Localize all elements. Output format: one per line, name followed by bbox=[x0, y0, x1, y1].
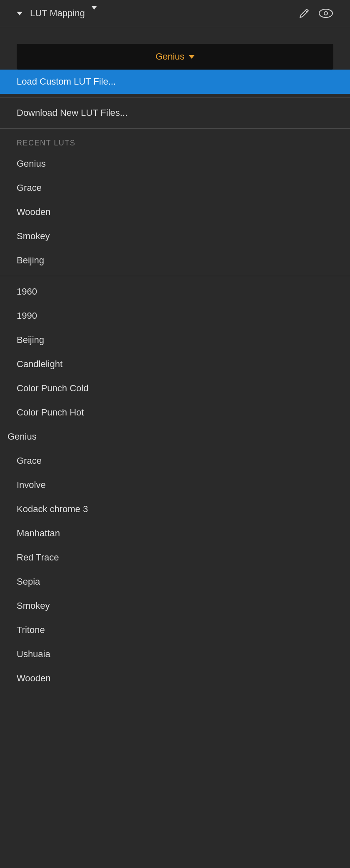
lut-1960-item[interactable]: 1960 bbox=[0, 280, 350, 304]
recent-smokey-label: Smokey bbox=[17, 231, 50, 242]
lut-ushuaia-label: Ushuaia bbox=[17, 649, 50, 660]
lut-kodack-item[interactable]: Kodack chrome 3 bbox=[0, 497, 350, 521]
lut-kodack-label: Kodack chrome 3 bbox=[17, 504, 88, 515]
lut-manhattan-item[interactable]: Manhattan bbox=[0, 521, 350, 545]
download-new-lut-item[interactable]: Download New LUT Files... bbox=[0, 101, 350, 125]
recent-beijing-item[interactable]: Beijing bbox=[0, 248, 350, 273]
divider-3 bbox=[0, 276, 350, 276]
lut-color-punch-cold-item[interactable]: Color Punch Cold bbox=[0, 376, 350, 400]
lut-beijing-label: Beijing bbox=[17, 335, 44, 345]
eye-icon[interactable] bbox=[318, 8, 333, 18]
lut-genius-label: Genius bbox=[8, 431, 37, 442]
lut-color-punch-hot-item[interactable]: Color Punch Hot bbox=[0, 400, 350, 425]
lut-manhattan-label: Manhattan bbox=[17, 528, 60, 539]
collapse-chevron-icon[interactable] bbox=[17, 12, 22, 15]
recent-wooden-label: Wooden bbox=[17, 207, 51, 218]
lut-color-punch-hot-label: Color Punch Hot bbox=[17, 407, 84, 418]
lut-candlelight-label: Candlelight bbox=[17, 359, 62, 370]
lut-grace-label: Grace bbox=[17, 455, 42, 466]
recent-grace-item[interactable]: Grace bbox=[0, 176, 350, 200]
genius-button-label: Genius bbox=[155, 51, 185, 62]
divider-2 bbox=[0, 128, 350, 129]
lut-candlelight-item[interactable]: Candlelight bbox=[0, 352, 350, 376]
lut-tritone-item[interactable]: Tritone bbox=[0, 618, 350, 642]
lut-involve-item[interactable]: Involve bbox=[0, 473, 350, 497]
lut-1960-label: 1960 bbox=[17, 286, 37, 297]
svg-point-2 bbox=[324, 12, 328, 15]
genius-dropdown-button[interactable]: Genius bbox=[17, 44, 333, 70]
lut-tritone-label: Tritone bbox=[17, 625, 45, 635]
header-left: LUT Mapping bbox=[17, 8, 97, 19]
genius-button-chevron-icon bbox=[189, 55, 195, 59]
recent-genius-label: Genius bbox=[17, 158, 46, 169]
lut-smokey-item[interactable]: Smokey bbox=[0, 594, 350, 618]
lut-1990-item[interactable]: 1990 bbox=[0, 304, 350, 328]
lut-smokey-label: Smokey bbox=[17, 600, 50, 611]
lut-genius-item[interactable]: ✓ Genius bbox=[0, 425, 350, 449]
svg-point-1 bbox=[319, 9, 332, 18]
recent-wooden-item[interactable]: Wooden bbox=[0, 200, 350, 224]
header-icons bbox=[298, 8, 333, 19]
lut-color-punch-cold-label: Color Punch Cold bbox=[17, 383, 88, 394]
lut-wooden-label: Wooden bbox=[17, 673, 51, 684]
svg-line-0 bbox=[305, 10, 307, 12]
panel-title: LUT Mapping bbox=[30, 8, 85, 19]
checkmark-icon: ✓ bbox=[0, 431, 1, 442]
lut-red-trace-label: Red Trace bbox=[17, 552, 59, 563]
pencil-icon[interactable] bbox=[298, 8, 310, 19]
dropdown-container: Genius bbox=[0, 27, 350, 70]
lut-ushuaia-item[interactable]: Ushuaia bbox=[0, 642, 350, 666]
lut-mapping-header: LUT Mapping bbox=[0, 0, 350, 27]
download-new-lut-label: Download New LUT Files... bbox=[17, 108, 128, 118]
lut-wooden-item[interactable]: Wooden bbox=[0, 666, 350, 690]
lut-sepia-item[interactable]: Sepia bbox=[0, 570, 350, 594]
load-custom-lut-label: Load Custom LUT File... bbox=[17, 76, 116, 87]
lut-involve-label: Involve bbox=[17, 480, 46, 490]
recent-smokey-item[interactable]: Smokey bbox=[0, 224, 350, 248]
lut-1990-label: 1990 bbox=[17, 310, 37, 321]
load-custom-lut-item[interactable]: Load Custom LUT File... bbox=[0, 70, 350, 94]
recent-genius-item[interactable]: Genius bbox=[0, 152, 350, 176]
lut-sepia-label: Sepia bbox=[17, 576, 40, 587]
recent-luts-section-label: RECENT LUTS bbox=[0, 132, 350, 152]
lut-menu: Load Custom LUT File... Download New LUT… bbox=[0, 70, 350, 690]
title-chevron-icon[interactable] bbox=[92, 6, 97, 17]
divider-1 bbox=[0, 97, 350, 98]
lut-beijing-item[interactable]: Beijing bbox=[0, 328, 350, 352]
recent-grace-label: Grace bbox=[17, 183, 42, 193]
lut-grace-item[interactable]: Grace bbox=[0, 449, 350, 473]
recent-beijing-label: Beijing bbox=[17, 255, 44, 266]
lut-red-trace-item[interactable]: Red Trace bbox=[0, 545, 350, 570]
